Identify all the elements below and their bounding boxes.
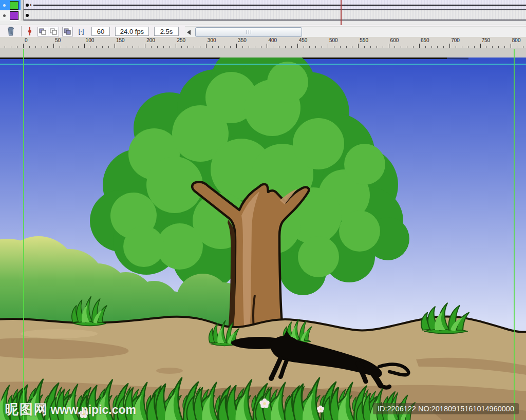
scene	[0, 58, 526, 420]
timeline-scrollbar-track[interactable]	[185, 26, 526, 37]
toolbar-separator	[21, 26, 22, 36]
panel-divider	[21, 0, 24, 21]
timeline-row-layer2[interactable]	[24, 10, 526, 21]
watermark-site-name: 昵图网	[5, 402, 48, 417]
keyframe-dot[interactable]	[26, 4, 29, 7]
watermark-site: 昵图网 www.nipic.com	[5, 400, 136, 418]
layer-visibility-dot[interactable]	[3, 4, 6, 7]
onion-skin-outlines-icon[interactable]	[48, 27, 59, 36]
timeline-row-layer1[interactable]: ›	[24, 0, 526, 10]
elapsed-time-field[interactable]: 2.5s	[154, 27, 179, 36]
edit-multiple-frames-icon[interactable]	[62, 27, 73, 36]
modify-markers-icon[interactable]: [·]	[76, 28, 86, 35]
watermark-site-url: www.nipic.com	[50, 403, 136, 416]
thumb-grip	[249, 30, 249, 34]
scroll-left-arrow-icon[interactable]	[187, 30, 191, 35]
stage-canvas[interactable]	[0, 58, 526, 420]
layer-outline-color-swatch[interactable]	[10, 11, 18, 20]
thumb-grip	[251, 30, 251, 34]
layer-visibility-dot[interactable]	[3, 14, 6, 17]
timeline-frame-grid[interactable]: ›	[24, 0, 526, 21]
sand-patch	[21, 329, 98, 338]
frame-rate-field[interactable]: 24.0 fps	[115, 27, 149, 36]
timeline-frames-panel: ›	[0, 0, 526, 21]
tween-arrow-start: ›	[30, 1, 32, 9]
timeline-playhead[interactable]	[341, 0, 342, 25]
ruler[interactable]: 0501001502002503003504004505005506006507…	[0, 37, 526, 49]
tween-line	[33, 5, 526, 6]
layer-color-column	[0, 0, 21, 21]
timeline-toolbar: [·] 60 24.0 fps 2.5s	[0, 25, 526, 38]
layer-item-2[interactable]	[0, 10, 21, 21]
thumb-grip	[247, 30, 247, 34]
guide-line-vertical-left[interactable]	[23, 49, 24, 420]
guide-line-vertical-right[interactable]	[514, 49, 515, 420]
center-frame-icon[interactable]	[24, 27, 35, 36]
layer-outline-color-swatch[interactable]	[10, 1, 18, 10]
keyframe-dot[interactable]	[26, 14, 29, 17]
trash-icon[interactable]	[3, 26, 18, 37]
timeline-gap	[0, 21, 526, 25]
current-frame-field[interactable]: 60	[91, 27, 110, 36]
watermark-image-id: ID:2206122 NO:20180915161014960000	[373, 403, 519, 414]
guide-line-horizontal[interactable]	[0, 64, 526, 65]
scrollbar-thumb[interactable]	[195, 27, 302, 37]
flash-editor-window: ›	[0, 0, 526, 420]
onion-skin-icon[interactable]	[37, 27, 48, 36]
pasteboard-strip	[0, 48, 526, 58]
layer-item-1[interactable]	[0, 0, 21, 10]
